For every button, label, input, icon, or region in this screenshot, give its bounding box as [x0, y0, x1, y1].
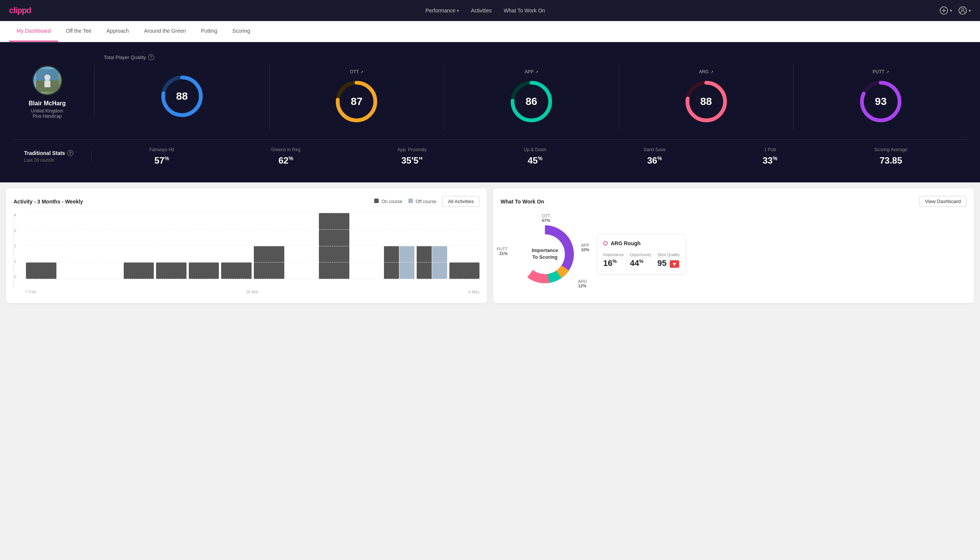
donut-label-app: APP 10% — [581, 243, 589, 252]
nav-performance[interactable]: Performance — [425, 8, 459, 13]
donut-with-labels: PUTT OTT 57% APP 10% ARG 12% — [501, 213, 591, 296]
donut-label-arg: ARG 12% — [578, 279, 587, 288]
chart-legend: On course Off course — [374, 198, 436, 204]
score-value-ott: 87 — [351, 95, 363, 108]
subnav-my-dashboard[interactable]: My Dashboard — [9, 21, 58, 42]
plus-circle-icon — [939, 6, 948, 15]
bar-offcourse-12 — [432, 246, 447, 279]
score-label-app: APP ↗ — [524, 69, 538, 75]
user-menu-button[interactable]: ▾ — [958, 6, 971, 15]
subnav-around-the-green[interactable]: Around the Green — [136, 21, 193, 42]
circle-arg: 88 — [684, 79, 729, 124]
activity-panel-header: Activity - 3 Months - Weekly On course O… — [13, 196, 479, 207]
wtwon-title: What To Work On — [501, 198, 544, 205]
x-labels: 7 Feb 28 Mar 9 May — [13, 290, 479, 294]
bar-oncourse-3 — [124, 263, 154, 279]
top-nav: clippd Performance Activities What To Wo… — [0, 0, 980, 21]
nav-links: Performance Activities What To Work On — [425, 8, 545, 13]
bar-group-7 — [254, 246, 284, 279]
donut-wrapper: PUTT OTT 57% APP 10% ARG 12% — [501, 213, 591, 296]
arg-dot-icon — [603, 241, 608, 246]
subnav-approach[interactable]: Approach — [99, 21, 136, 42]
player-handicap: Plus Handicap — [33, 113, 62, 119]
score-value-putt: 93 — [875, 95, 887, 108]
bar-oncourse-7 — [254, 246, 284, 279]
traditional-stats: Traditional Stats ? Last 20 rounds Fairw… — [12, 139, 968, 173]
stat-app-proximity: App. Proximity 35'5" — [398, 147, 426, 166]
circle-app: 86 — [509, 79, 554, 124]
y-axis: 4 3 2 1 0 — [14, 213, 16, 279]
nav-what-to-work-on[interactable]: What To Work On — [504, 8, 545, 13]
bar-oncourse-5 — [189, 263, 219, 279]
wtwon-panel-header: What To Work On View Dashboard — [501, 196, 967, 207]
subnav-off-the-tee[interactable]: Off the Tee — [58, 21, 99, 42]
subnav-putting[interactable]: Putting — [193, 21, 225, 42]
score-value-app: 86 — [525, 95, 537, 108]
bar-oncourse-0 — [26, 263, 57, 279]
avatar-image — [33, 67, 61, 94]
score-card-total: 88 — [95, 63, 270, 130]
trad-stats-label: Traditional Stats ? Last 20 rounds — [24, 150, 92, 163]
donut-area: PUTT OTT 57% APP 10% ARG 12% — [501, 213, 967, 296]
bar-group-3 — [124, 263, 154, 279]
metric-opportunity: Opportunity 44% — [630, 252, 651, 268]
score-card-arg: ARG ↗ 88 — [619, 63, 794, 130]
score-label-putt: PUTT ↗ — [873, 69, 889, 75]
score-card-app: APP ↗ 86 — [444, 63, 619, 130]
subnav-scoring[interactable]: Scoring — [225, 21, 258, 42]
stat-scoring-average: Scoring Average 73.85 — [874, 147, 907, 166]
activity-panel: Activity - 3 Months - Weekly On course O… — [6, 188, 487, 303]
circle-total: 88 — [160, 74, 205, 119]
tpq-label: Total Player Quality ? — [104, 54, 968, 60]
score-card-ott: OTT ↗ 87 — [270, 63, 444, 130]
score-value-total: 88 — [176, 90, 188, 102]
ott-arrow-icon: ↗ — [360, 70, 363, 74]
bar-group-5 — [189, 263, 219, 279]
avatar — [32, 65, 62, 95]
info-metrics: Importance 16% Opportunity 44% Shot Qual… — [603, 252, 680, 268]
add-button[interactable]: ▾ — [939, 6, 952, 15]
circle-ott: 87 — [334, 79, 379, 124]
svg-rect-8 — [44, 80, 50, 87]
sub-nav: My Dashboard Off the Tee Approach Around… — [0, 21, 980, 42]
stat-items: Fairways Hit 57% Greens In Reg 62% App. … — [92, 147, 956, 166]
nav-activities[interactable]: Activities — [471, 8, 491, 13]
logo[interactable]: clippd — [9, 6, 31, 15]
info-card-title: ARG Rough — [603, 240, 680, 246]
svg-point-4 — [962, 8, 964, 10]
bottom-panels: Activity - 3 Months - Weekly On course O… — [0, 182, 980, 309]
bar-offcourse-11 — [399, 246, 414, 279]
bar-oncourse-12 — [417, 246, 432, 279]
stat-greens-in-reg: Greens In Reg 62% — [271, 147, 301, 166]
info-card: ARG Rough Importance 16% Opportunity 44% — [597, 234, 686, 275]
trad-stats-help-icon[interactable]: ? — [67, 150, 73, 156]
bar-group-13 — [449, 263, 480, 279]
bar-group-9 — [319, 213, 349, 279]
bar-group-0 — [26, 263, 57, 279]
tpq-help-icon[interactable]: ? — [148, 54, 154, 60]
svg-point-7 — [44, 75, 50, 80]
all-activities-button[interactable]: All Activities — [442, 196, 479, 207]
stat-up-and-down: Up & Down 45% — [524, 147, 546, 166]
score-card-putt: PUTT ↗ 93 — [794, 63, 968, 130]
player-name: Blair McHarg — [28, 100, 66, 107]
bar-oncourse-11 — [384, 246, 399, 279]
metric-shot-quality: Shot Quality 95 ▼ — [657, 252, 680, 268]
bar-oncourse-4 — [156, 263, 186, 279]
stat-fairways-hit: Fairways Hit 57% — [149, 147, 174, 166]
bar-oncourse-9 — [319, 213, 349, 279]
activity-title: Activity - 3 Months - Weekly — [13, 198, 83, 205]
score-label-ott: OTT ↗ — [350, 69, 363, 75]
view-dashboard-button[interactable]: View Dashboard — [920, 196, 967, 207]
score-value-arg: 88 — [700, 95, 712, 108]
bar-group-6 — [221, 263, 251, 279]
bar-oncourse-13 — [449, 263, 480, 279]
on-course-legend-dot — [374, 198, 379, 203]
stat-one-putt: 1 Putt 33% — [763, 147, 777, 166]
player-scores-area: Blair McHarg United Kingdom Plus Handica… — [12, 54, 968, 130]
score-cards: 88 OTT ↗ 87 — [95, 63, 968, 130]
app-arrow-icon: ↗ — [535, 70, 538, 74]
player-info: Blair McHarg United Kingdom Plus Handica… — [12, 65, 95, 119]
hero-section: Blair McHarg United Kingdom Plus Handica… — [0, 42, 980, 182]
bar-group-4 — [156, 263, 186, 279]
